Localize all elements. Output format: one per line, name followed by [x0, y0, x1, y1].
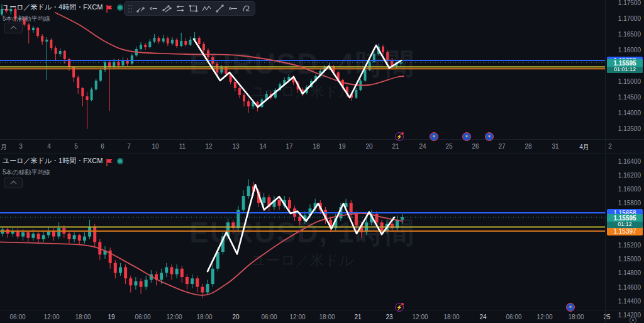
candle	[42, 231, 45, 242]
candle	[203, 42, 205, 53]
time-tick: 月	[1, 143, 7, 152]
time-tick: 12:00	[43, 314, 59, 320]
price-tick: 1.14500	[618, 94, 641, 101]
horizontal-line-icon[interactable]	[148, 3, 160, 14]
time-tick: 19	[108, 314, 114, 320]
market-flag-icon[interactable]	[106, 4, 113, 11]
time-tick: 12:00	[536, 314, 552, 320]
price-tick: 1.14800	[618, 269, 641, 276]
indicator-label[interactable]: 5本の移動平均線	[3, 14, 123, 23]
collapse-panel-button[interactable]	[4, 178, 23, 188]
price-tick: 1.16200	[618, 171, 641, 178]
candle	[47, 227, 50, 238]
candle	[122, 57, 125, 67]
price-tick: 1.16400	[618, 157, 641, 164]
candle	[28, 23, 30, 43]
chevron-up-icon	[10, 26, 16, 32]
candle	[59, 48, 62, 57]
economic-event-icon[interactable]: ⚡	[395, 303, 404, 312]
candle	[267, 195, 270, 212]
price-line-label-orange-line: 1.15397	[607, 227, 643, 235]
candle	[175, 264, 179, 278]
candle	[180, 33, 182, 47]
time-tick: 18:00	[196, 314, 212, 320]
price-tick: 1.16000	[618, 186, 641, 193]
candle	[26, 231, 30, 242]
candle	[37, 232, 40, 244]
time-tick: 18:00	[75, 314, 91, 320]
time-tick: 3	[19, 143, 23, 150]
time-axis[interactable]: 06:0012:0018:001906:0012:0018:002006:001…	[0, 310, 644, 323]
time-tick: 14	[259, 143, 266, 150]
candle	[68, 231, 71, 244]
time-tick: 12:00	[412, 314, 428, 320]
price-tick: 1.16000	[618, 47, 641, 54]
pitchfork-icon[interactable]	[135, 3, 147, 14]
price-axis[interactable]: 1.164001.162001.160001.158001.156001.154…	[605, 154, 644, 323]
candle	[77, 76, 79, 94]
candle	[64, 50, 66, 64]
candle	[186, 275, 189, 290]
time-tick: 06:00	[135, 314, 150, 320]
horizontal-ray-icon[interactable]	[227, 3, 239, 14]
clock-icon[interactable]	[630, 317, 636, 323]
candles	[1, 179, 404, 298]
data-status-icon[interactable]	[117, 158, 123, 164]
candle	[140, 278, 143, 294]
candle	[32, 26, 35, 33]
candle	[86, 92, 89, 129]
collapse-panel-button[interactable]	[4, 23, 23, 33]
price-tick: 1.14400	[618, 297, 641, 304]
time-tick: 13	[232, 143, 239, 150]
time-tick: 12:00	[166, 314, 182, 320]
parallel-channel-icon[interactable]	[161, 3, 173, 14]
time-tick: 4月	[579, 143, 589, 152]
time-tick: 23	[386, 314, 392, 320]
rectangle-icon[interactable]	[187, 3, 199, 14]
candle	[81, 87, 84, 106]
legend: ユーロ／米ドル・4時間・FXCM 5本の移動平均線	[3, 2, 123, 23]
candle	[134, 277, 137, 290]
price-axis[interactable]: 1.175001.170001.165001.160001.155001.150…	[605, 0, 644, 153]
drag-handle[interactable]	[127, 3, 133, 14]
zigzag-icon[interactable]	[201, 3, 213, 14]
candle	[78, 234, 81, 245]
time-tick: 4	[47, 143, 51, 150]
flat-channel-icon[interactable]	[174, 3, 186, 14]
candle	[6, 227, 9, 238]
symbol-title[interactable]: ユーロ／米ドル・4時間・FXCM	[3, 3, 103, 12]
price-tick: 1.15200	[618, 241, 641, 248]
time-tick: 06:00	[9, 314, 25, 320]
time-tick: 19	[338, 143, 345, 150]
market-flag-icon[interactable]	[106, 157, 113, 165]
candle	[126, 58, 129, 66]
candle	[104, 246, 107, 259]
eu-flag-event-icon[interactable]: ✶	[430, 132, 438, 141]
brush-icon[interactable]	[240, 3, 252, 14]
candlestick-chart-1h[interactable]	[0, 154, 605, 310]
candle	[83, 232, 86, 244]
time-tick: 27	[498, 143, 505, 150]
trading-chart-window: EURUSD, 4時間 ユーロ／米ドル ⚡✶✶✶ 1.175001.170001…	[0, 0, 644, 323]
time-tick: 10	[152, 143, 158, 150]
candle	[52, 228, 55, 241]
price-tick: 1.14600	[618, 283, 641, 290]
time-tick: 26	[472, 143, 479, 150]
last-price-label: 1.1559501:01:12	[607, 59, 643, 73]
candle	[91, 88, 93, 101]
candle	[131, 54, 133, 65]
eu-flag-event-icon[interactable]: ✶	[566, 303, 575, 312]
candle	[36, 27, 39, 38]
data-status-icon[interactable]	[117, 4, 123, 11]
price-tick: 1.17500	[618, 0, 641, 6]
economic-event-icon[interactable]: ⚡	[395, 132, 404, 141]
candle	[95, 79, 97, 91]
symbol-title[interactable]: ユーロ／米ドル・1時間・FXCM	[3, 156, 103, 166]
indicator-label[interactable]: 5本の移動平均線	[3, 168, 123, 177]
candle	[73, 232, 76, 242]
eu-flag-event-icon[interactable]: ✶	[485, 132, 494, 141]
candle	[401, 214, 404, 224]
time-axis[interactable]: 月34567101112131417181920212425262728314月…	[0, 139, 644, 153]
eu-flag-event-icon[interactable]: ✶	[462, 132, 471, 141]
trend-line-icon[interactable]	[214, 3, 226, 14]
